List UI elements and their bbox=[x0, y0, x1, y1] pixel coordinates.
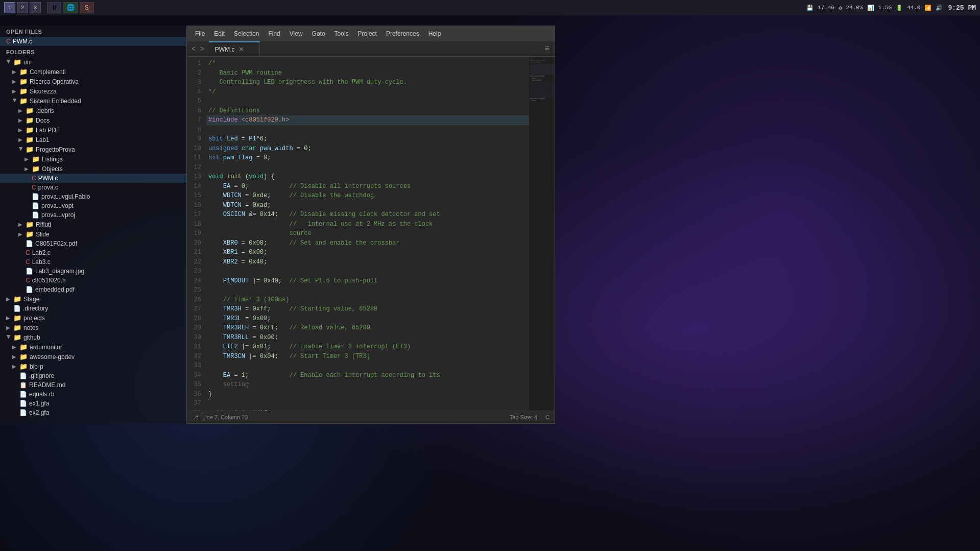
tab-menu-button[interactable]: ≡ bbox=[539, 41, 555, 56]
file-pwm-c[interactable]: C PWM.c bbox=[0, 174, 186, 183]
folder-github[interactable]: ▶ 📁 github bbox=[0, 332, 186, 342]
mem-icon: 📊 bbox=[867, 5, 874, 11]
file-equals-rb[interactable]: 📄 equals.rb bbox=[0, 390, 186, 399]
arrow-icon: ▶ bbox=[12, 364, 17, 369]
folder-icon: 📁 bbox=[19, 353, 28, 361]
menu-find[interactable]: Find bbox=[264, 29, 284, 39]
folder-icon: 📁 bbox=[26, 221, 34, 228]
tab-next[interactable]: > bbox=[198, 44, 205, 54]
file-gitignore[interactable]: 📄 .gitignore bbox=[0, 371, 186, 380]
tab-prev[interactable]: < bbox=[190, 44, 197, 54]
folder-debris[interactable]: ▶ 📁 .debris bbox=[0, 106, 186, 115]
file-embedded-pdf[interactable]: 📄 embedded.pdf bbox=[0, 285, 186, 294]
folder-icon: 📁 bbox=[13, 324, 21, 331]
code-line-30: EIE2 |= 0x01; // Enable Timer 3 interrup… bbox=[206, 342, 529, 352]
battery-icon: 🔋 bbox=[896, 5, 903, 11]
folder-projects[interactable]: ▶ 📁 projects bbox=[0, 313, 186, 323]
tab-nav: < > bbox=[187, 41, 209, 56]
arrow-icon: ▶ bbox=[18, 231, 23, 237]
disk-icon: 💾 bbox=[806, 5, 814, 11]
open-files-label: OPEN FILES bbox=[0, 26, 186, 37]
folder-bio-p[interactable]: ▶ 📁 bio-p bbox=[0, 362, 186, 371]
menu-edit[interactable]: Edit bbox=[210, 29, 229, 39]
menu-goto[interactable]: Goto bbox=[308, 29, 329, 39]
folder-icon: 📁 bbox=[19, 78, 28, 85]
workspace-1[interactable]: 1 bbox=[4, 2, 15, 13]
file-lab2c[interactable]: C Lab2.c bbox=[0, 248, 186, 257]
file-ex2gfa[interactable]: 📄 ex2.gfa bbox=[0, 408, 186, 417]
code-area[interactable]: /* Basic PWM routine Controlling LED bri… bbox=[206, 57, 529, 411]
folder-sistemi-embedded[interactable]: ▶ 📁 Sistemi Embedded bbox=[0, 96, 186, 106]
editor-window: File Edit Selection Find View Goto Tools… bbox=[186, 26, 555, 424]
menu-preferences[interactable]: Preferences bbox=[382, 29, 423, 39]
folder-listings[interactable]: ▶ 📁 Listings bbox=[0, 154, 186, 164]
file-c8051pdf[interactable]: 📄 C8051F02x.pdf bbox=[0, 239, 186, 248]
menu-bar: File Edit Selection Find View Goto Tools… bbox=[187, 26, 555, 41]
menu-tools[interactable]: Tools bbox=[330, 29, 353, 39]
cursor-position: Line 7, Column 23 bbox=[202, 414, 248, 420]
folder-docs[interactable]: ▶ 📁 Docs bbox=[0, 115, 186, 125]
folder-name: notes bbox=[23, 324, 38, 331]
file-name: prova.uvproj bbox=[41, 211, 75, 219]
folder-name: projects bbox=[23, 315, 45, 322]
folder-name: awesome-gbdev bbox=[30, 353, 75, 361]
folder-ardumonitor[interactable]: ▶ 📁 ardumonitor bbox=[0, 342, 186, 352]
folder-labpdf[interactable]: ▶ 📁 Lab PDF bbox=[0, 125, 186, 135]
taskbar-left: 1 2 3 ⏸ 🌐 S bbox=[4, 2, 94, 13]
folder-icon: 📁 bbox=[19, 68, 28, 76]
app-btn-pause[interactable]: ⏸ bbox=[47, 2, 61, 13]
folder-objects[interactable]: ▶ 📁 Objects bbox=[0, 164, 186, 174]
folder-awesome-gbdev[interactable]: ▶ 📁 awesome-gbdev bbox=[0, 352, 186, 362]
folder-stage[interactable]: ▶ 📁 Stage bbox=[0, 294, 186, 304]
tab-bar: < > PWM.c ✕ ≡ bbox=[187, 41, 555, 57]
arrow-icon: ▶ bbox=[18, 127, 23, 133]
editor-content[interactable]: 12345 678910 1112131415 1617181920 21222… bbox=[187, 57, 555, 411]
arrow-icon: ▶ bbox=[12, 88, 17, 94]
file-icon: 📄 bbox=[32, 193, 39, 200]
folder-uni[interactable]: ▶ 📁 uni bbox=[0, 57, 186, 67]
menu-view[interactable]: View bbox=[285, 29, 307, 39]
menu-file[interactable]: File bbox=[191, 29, 209, 39]
arrow-icon: ▶ bbox=[18, 108, 23, 113]
folder-icon: 📁 bbox=[32, 155, 40, 163]
folder-name: github bbox=[23, 334, 40, 341]
file-lab3diagram[interactable]: 📄 Lab3_diagram.jpg bbox=[0, 267, 186, 276]
workspace-2[interactable]: 2 bbox=[17, 2, 28, 13]
folder-complementi[interactable]: ▶ 📁 Complementi bbox=[0, 67, 186, 77]
file-c8051h[interactable]: C c8051f020.h bbox=[0, 276, 186, 285]
file-icon: 📄 bbox=[32, 202, 39, 209]
menu-help[interactable]: Help bbox=[424, 29, 445, 39]
status-bar: ⎇ Line 7, Column 23 Tab Size: 4 C bbox=[187, 411, 555, 423]
file-prova-uvopt[interactable]: 📄 prova.uvopt bbox=[0, 201, 186, 210]
line-numbers: 12345 678910 1112131415 1617181920 21222… bbox=[187, 57, 206, 411]
folder-progettoprova[interactable]: ▶ 📁 ProgettoProva bbox=[0, 145, 186, 154]
file-readme[interactable]: 📋 README.md bbox=[0, 380, 186, 390]
file-prova-c[interactable]: C prova.c bbox=[0, 183, 186, 192]
folder-ricerca[interactable]: ▶ 📁 Ricerca Operativa bbox=[0, 77, 186, 86]
arrow-icon: ▶ bbox=[25, 156, 30, 162]
file-icon: 📄 bbox=[19, 391, 27, 398]
file-lab3c[interactable]: C Lab3.c bbox=[0, 257, 186, 267]
workspace-3[interactable]: 3 bbox=[30, 2, 41, 13]
folder-lab1[interactable]: ▶ 📁 Lab1 bbox=[0, 135, 186, 145]
folder-name: Lab PDF bbox=[36, 127, 60, 134]
file-directory[interactable]: 📄 .directory bbox=[0, 304, 186, 313]
folder-sicurezza[interactable]: ▶ 📁 Sicurezza bbox=[0, 86, 186, 96]
folder-notes[interactable]: ▶ 📁 notes bbox=[0, 323, 186, 332]
folder-rifiuti[interactable]: ▶ 📁 Rifiuti bbox=[0, 220, 186, 229]
tab-pwm[interactable]: PWM.c ✕ bbox=[209, 41, 260, 56]
folder-icon: 📁 bbox=[32, 165, 40, 173]
app-btn-browser[interactable]: 🌐 bbox=[63, 2, 78, 13]
app-btn-sublime[interactable]: S bbox=[80, 2, 94, 13]
file-icon: 📄 bbox=[32, 211, 39, 219]
menu-project[interactable]: Project bbox=[354, 29, 381, 39]
menu-selection[interactable]: Selection bbox=[230, 29, 263, 39]
file-prova-uvproj[interactable]: 📄 prova.uvproj bbox=[0, 210, 186, 220]
code-line-19: XBR0 = 0x00; // Set and enable the cross… bbox=[206, 238, 529, 248]
folder-slide[interactable]: ▶ 📁 Slide bbox=[0, 229, 186, 239]
file-ex1gfa[interactable]: 📄 ex1.gfa bbox=[0, 399, 186, 408]
folder-name: Objects bbox=[42, 165, 63, 173]
tab-close-button[interactable]: ✕ bbox=[238, 45, 244, 53]
file-prova-uvgui[interactable]: 📄 prova.uvgui.Fabio bbox=[0, 192, 186, 201]
open-file-pwm[interactable]: C PWM.c bbox=[0, 37, 186, 46]
